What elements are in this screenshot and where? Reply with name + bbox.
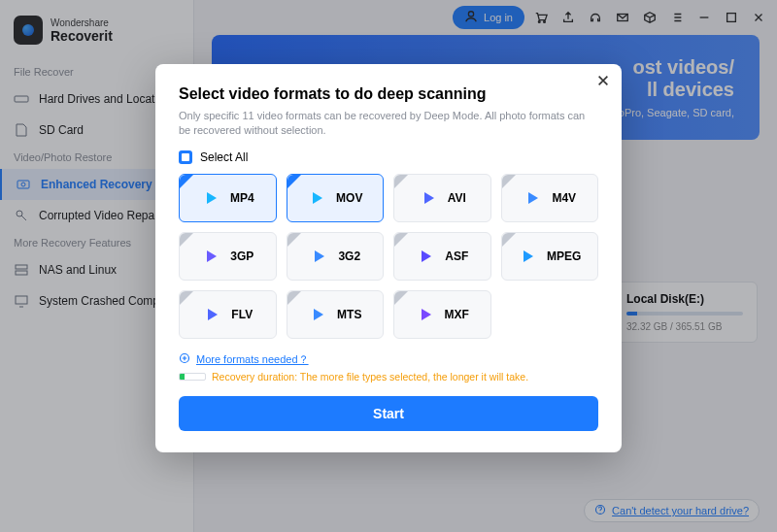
plus-circle-icon: [179, 352, 190, 366]
format-label: FLV: [231, 308, 253, 321]
format-option-asf[interactable]: ASF: [393, 232, 491, 281]
selection-corner-icon: [394, 291, 408, 305]
progress-icon: [179, 373, 206, 381]
selection-corner-icon: [180, 175, 193, 188]
selection-corner-icon: [502, 175, 516, 188]
format-icon: [523, 187, 544, 209]
format-option-mpeg[interactable]: MPEG: [501, 232, 599, 281]
format-icon: [416, 246, 437, 267]
format-option-avi[interactable]: AVI: [393, 174, 491, 222]
format-option-3g2[interactable]: 3G2: [287, 232, 385, 281]
select-all-toggle[interactable]: Select All: [179, 150, 598, 164]
format-label: MPEG: [547, 249, 581, 263]
selection-corner-icon: [394, 233, 408, 247]
format-icon: [307, 187, 328, 209]
format-icon: [309, 246, 330, 267]
more-formats-link[interactable]: More formats needed？: [179, 352, 598, 367]
modal-overlay: Select video formats to do deep scanning…: [0, 0, 777, 532]
format-label: ASF: [445, 249, 468, 263]
format-option-flv[interactable]: FLV: [179, 290, 277, 339]
format-option-mov[interactable]: MOV: [287, 174, 385, 222]
format-label: MXF: [445, 308, 469, 321]
format-icon: [202, 304, 223, 325]
duration-note: Recovery duration: The more file types s…: [179, 371, 598, 382]
selection-corner-icon: [287, 233, 301, 247]
format-icon: [201, 187, 222, 209]
format-option-3gp[interactable]: 3GP: [179, 232, 277, 281]
format-modal: Select video formats to do deep scanning…: [155, 64, 622, 452]
selection-corner-icon: [394, 175, 408, 188]
format-label: 3G2: [338, 249, 360, 263]
start-button[interactable]: Start: [179, 396, 598, 431]
selection-corner-icon: [287, 175, 301, 188]
format-icon: [419, 187, 440, 209]
format-option-mp4[interactable]: MP4: [179, 174, 277, 222]
format-label: MTS: [337, 308, 361, 321]
format-label: MOV: [336, 191, 362, 205]
selection-corner-icon: [180, 291, 193, 305]
format-label: M4V: [552, 191, 576, 205]
modal-close-icon[interactable]: [596, 74, 610, 91]
modal-title: Select video formats to do deep scanning: [179, 85, 598, 103]
format-icon: [308, 304, 329, 325]
format-grid: MP4MOVAVIM4V3GP3G2ASFMPEGFLVMTSMXF: [179, 174, 598, 339]
format-icon: [201, 246, 222, 267]
format-option-mts[interactable]: MTS: [287, 290, 385, 339]
format-label: AVI: [448, 191, 466, 205]
format-label: 3GP: [230, 249, 253, 263]
selection-corner-icon: [180, 233, 193, 247]
format-option-m4v[interactable]: M4V: [501, 174, 599, 222]
format-label: MP4: [230, 191, 254, 205]
format-option-mxf[interactable]: MXF: [393, 290, 491, 339]
format-icon: [416, 304, 437, 325]
selection-corner-icon: [287, 291, 301, 305]
format-icon: [518, 246, 539, 267]
checkbox-indeterminate-icon: [179, 150, 192, 164]
selection-corner-icon: [502, 233, 516, 247]
modal-subtitle: Only specific 11 video formats can be re…: [179, 109, 598, 139]
